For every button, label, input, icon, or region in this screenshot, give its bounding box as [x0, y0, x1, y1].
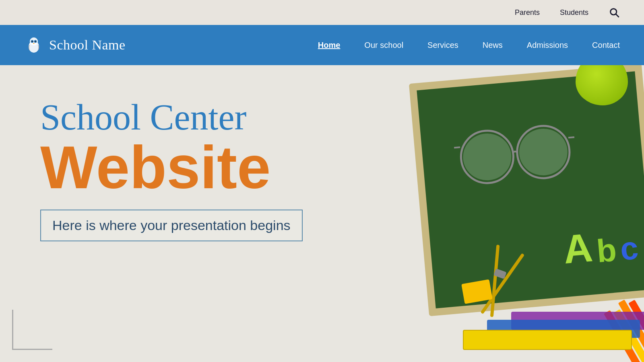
search-button[interactable]	[609, 7, 620, 18]
top-bar: Parents Students	[0, 0, 644, 25]
ruler-yellow	[463, 330, 632, 350]
letter-c: c	[619, 229, 640, 268]
svg-line-1	[616, 14, 619, 17]
hero-title-line2: Website	[40, 137, 303, 197]
nav-services[interactable]: Services	[427, 41, 458, 50]
parents-link[interactable]: Parents	[515, 8, 540, 17]
nav-our-school[interactable]: Our school	[364, 41, 403, 50]
logo-area: School Name	[24, 35, 126, 55]
nav-home[interactable]: Home	[318, 41, 341, 50]
svg-point-0	[611, 9, 617, 15]
corner-decoration	[12, 310, 52, 350]
main-nav: School Name Home Our school Services New…	[0, 25, 644, 65]
svg-point-9	[35, 41, 36, 42]
rulers	[463, 310, 644, 358]
nav-news[interactable]: News	[483, 41, 503, 50]
glasses	[452, 117, 578, 192]
students-link[interactable]: Students	[560, 8, 588, 17]
hero-content: School Center Website Here is where your…	[40, 97, 303, 241]
nav-admissions[interactable]: Admissions	[527, 41, 568, 50]
search-icon	[609, 7, 620, 18]
letter-a: A	[561, 224, 594, 273]
hero-title-line1: School Center	[40, 97, 303, 137]
svg-point-8	[32, 41, 33, 42]
hero-subtitle: Here is where your presentation begins	[52, 218, 291, 233]
svg-line-15	[452, 147, 460, 148]
nav-links: Home Our school Services News Admissions…	[318, 41, 620, 50]
hero-image: A b c	[362, 65, 644, 362]
school-name: School Name	[49, 37, 126, 53]
svg-line-16	[568, 137, 578, 138]
hero-subtitle-box: Here is where your presentation begins	[40, 210, 303, 241]
abc-letters: A b c	[561, 220, 640, 273]
owl-icon	[24, 35, 43, 55]
letter-b: b	[595, 231, 618, 270]
hero-section: A b c	[0, 65, 644, 362]
nav-contact[interactable]: Contact	[592, 41, 620, 50]
